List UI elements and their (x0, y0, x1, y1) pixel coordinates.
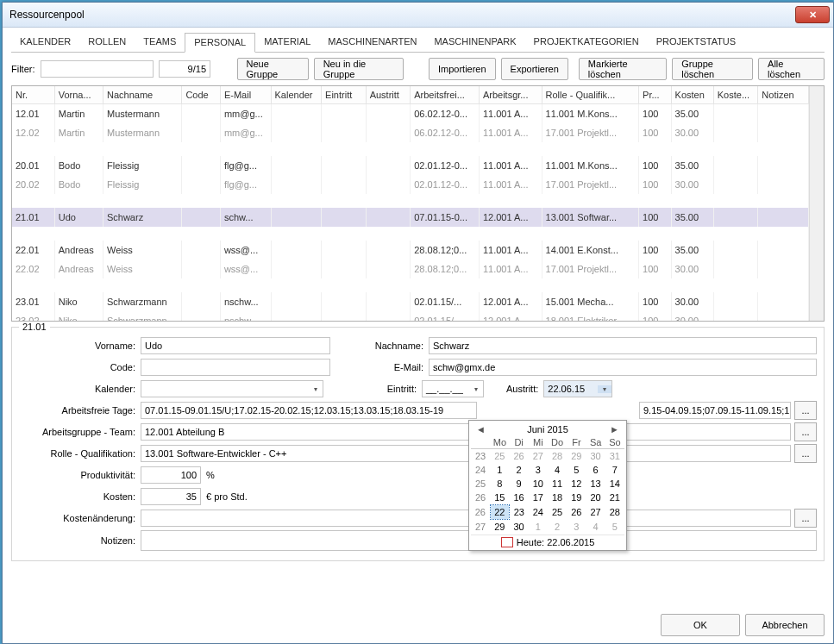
calendar-day[interactable]: 29 (490, 520, 509, 535)
column-header[interactable]: Vorna... (54, 86, 103, 104)
column-header[interactable]: Rolle - Qualifik... (542, 86, 639, 104)
calendar-day[interactable]: 3 (529, 463, 548, 477)
neu-in-gruppe-button[interactable]: Neu in die Gruppe (314, 58, 404, 80)
close-icon[interactable]: ✕ (795, 6, 830, 23)
data-grid[interactable]: Nr.Vorna...NachnameCodeE-MailKalenderEin… (11, 85, 825, 322)
calendar-day[interactable]: 19 (567, 491, 586, 505)
tab-material[interactable]: MATERIAL (255, 33, 319, 52)
tab-kalender[interactable]: KALENDER (11, 33, 79, 52)
gruppe-loeschen-button[interactable]: Gruppe löschen (672, 58, 753, 80)
column-header[interactable]: Eintritt (322, 86, 367, 104)
calendar-day[interactable]: 2 (548, 520, 567, 535)
kosten-input[interactable]: 35 (141, 488, 201, 505)
austritt-date[interactable]: 22.06.15▾ (543, 380, 612, 397)
tab-teams[interactable]: TEAMS (135, 33, 185, 52)
calendar-day[interactable]: 6 (586, 463, 605, 477)
calendar-day[interactable]: 17 (529, 491, 548, 505)
calendar-day[interactable]: 1 (490, 463, 509, 477)
eintritt-date[interactable]: __.__.__▾ (422, 380, 484, 397)
table-row[interactable]: 20.01BodoFleissigflg@g...02.01.12-0...11… (12, 156, 809, 175)
rolle-ellipsis-button[interactable]: ... (794, 444, 817, 463)
importieren-button[interactable]: Importieren (429, 58, 496, 80)
vorname-input[interactable]: Udo (141, 337, 330, 354)
calendar-day[interactable]: 3 (567, 520, 586, 535)
calendar-day[interactable]: 7 (605, 463, 624, 477)
table-row[interactable]: 12.01MartinMustermannmm@g...06.02.12-0..… (12, 104, 809, 124)
table-row[interactable]: 20.02BodoFleissigflg@g...02.01.12-0...11… (12, 175, 809, 194)
column-header[interactable]: Arbeitsfrei... (411, 86, 480, 104)
calendar-day[interactable]: 5 (567, 463, 586, 477)
calendar-today-label[interactable]: Heute: 22.06.2015 (517, 537, 595, 547)
table-row[interactable]: 22.02AndreasWeisswss@...28.08.12;0...11.… (12, 259, 809, 278)
column-header[interactable]: Notizen (758, 86, 809, 104)
filter-input[interactable] (41, 60, 154, 78)
email-input[interactable]: schw@gmx.de (429, 359, 817, 376)
kostenaend-input[interactable] (141, 510, 791, 527)
calendar-day[interactable]: 29 (567, 449, 586, 464)
calendar-prev-icon[interactable]: ◄ (473, 424, 489, 435)
alle-loeschen-button[interactable]: Alle löschen (758, 58, 825, 80)
calendar-day[interactable]: 13 (586, 477, 605, 491)
tab-maschinenpark[interactable]: MASCHINENPARK (425, 33, 524, 52)
calendar-day[interactable]: 4 (586, 520, 605, 535)
table-row[interactable]: 22.01AndreasWeisswss@...28.08.12;0...11.… (12, 241, 809, 259)
calendar-day[interactable]: 10 (529, 477, 548, 491)
tab-projektstatus[interactable]: PROJEKTSTATUS (648, 33, 745, 52)
kalender-select[interactable]: ▾ (141, 380, 323, 397)
calendar-day[interactable]: 8 (490, 477, 509, 491)
markierte-loeschen-button[interactable]: Markierte löschen (579, 58, 667, 80)
column-header[interactable]: Austritt (366, 86, 411, 104)
calendar-day[interactable]: 22 (490, 505, 509, 520)
calendar-popup[interactable]: ◄ Juni 2015 ► MoDiMiDoFrSaSo232526272829… (468, 420, 627, 551)
column-header[interactable]: Arbeitsgr... (479, 86, 542, 104)
calendar-day[interactable]: 26 (567, 505, 586, 520)
nachname-input[interactable]: Schwarz (429, 337, 817, 354)
table-row[interactable]: 23.02NikoSchwarzmannnschw...02.01.15/...… (12, 311, 809, 321)
rolle-input[interactable]: 13.001 Software-Entwickler - C++ (141, 445, 791, 462)
tab-personal[interactable]: PERSONAL (185, 33, 255, 53)
calendar-day[interactable]: 24 (529, 505, 548, 520)
calendar-day[interactable]: 15 (490, 491, 509, 505)
table-row[interactable]: 23.01NikoSchwarzmannnschw...02.01.15/...… (12, 292, 809, 311)
cancel-button[interactable]: Abbrechen (745, 614, 825, 636)
arbfrei-ellipsis-button[interactable]: ... (794, 401, 817, 420)
column-header[interactable]: Nr. (12, 86, 54, 104)
tab-rollen[interactable]: ROLLEN (79, 33, 135, 52)
calendar-day[interactable]: 4 (548, 463, 567, 477)
calendar-day[interactable]: 31 (605, 449, 624, 464)
kostenaend-ellipsis-button[interactable]: ... (794, 509, 817, 528)
column-header[interactable]: Koste... (713, 86, 758, 104)
calendar-day[interactable]: 2 (510, 463, 529, 477)
calendar-day[interactable]: 30 (510, 520, 529, 535)
ok-button[interactable]: OK (661, 614, 740, 636)
team-ellipsis-button[interactable]: ... (794, 422, 817, 441)
table-row[interactable]: 12.02MartinMustermannmm@g...06.02.12-0..… (12, 123, 809, 142)
column-header[interactable]: Kosten (671, 86, 713, 104)
column-header[interactable]: Code (182, 86, 221, 104)
calendar-day[interactable]: 18 (548, 491, 567, 505)
column-header[interactable]: Kalender (271, 86, 322, 104)
column-header[interactable]: E-Mail (220, 86, 271, 104)
code-input[interactable] (141, 359, 330, 376)
exportieren-button[interactable]: Exportieren (501, 58, 568, 80)
calendar-day[interactable]: 25 (490, 449, 509, 464)
arbfrei-input-right[interactable]: 9.15-04.09.15;07.09.15-11.09.15;19.11.15… (639, 402, 791, 419)
calendar-day[interactable]: 28 (548, 449, 567, 464)
calendar-day[interactable]: 21 (605, 491, 624, 505)
calendar-day[interactable]: 16 (510, 491, 529, 505)
calendar-day[interactable]: 11 (548, 477, 567, 491)
calendar-day[interactable]: 27 (529, 449, 548, 464)
calendar-day[interactable]: 30 (586, 449, 605, 464)
column-header[interactable]: Nachname (103, 86, 181, 104)
team-input[interactable]: 12.001 Abteilung B (141, 423, 791, 441)
calendar-day[interactable]: 14 (605, 477, 624, 491)
tab-maschinenarten[interactable]: MASCHINENARTEN (319, 33, 425, 52)
prod-input[interactable]: 100 (141, 466, 201, 484)
table-row[interactable]: 21.01UdoSchwarzschw...07.01.15-0...12.00… (12, 208, 809, 227)
calendar-day[interactable]: 23 (510, 505, 529, 520)
calendar-day[interactable]: 28 (605, 505, 624, 520)
calendar-day[interactable]: 25 (548, 505, 567, 520)
calendar-day[interactable]: 27 (586, 505, 605, 520)
neue-gruppe-button[interactable]: Neue Gruppe (237, 58, 309, 80)
column-header[interactable]: Pr... (639, 86, 672, 104)
